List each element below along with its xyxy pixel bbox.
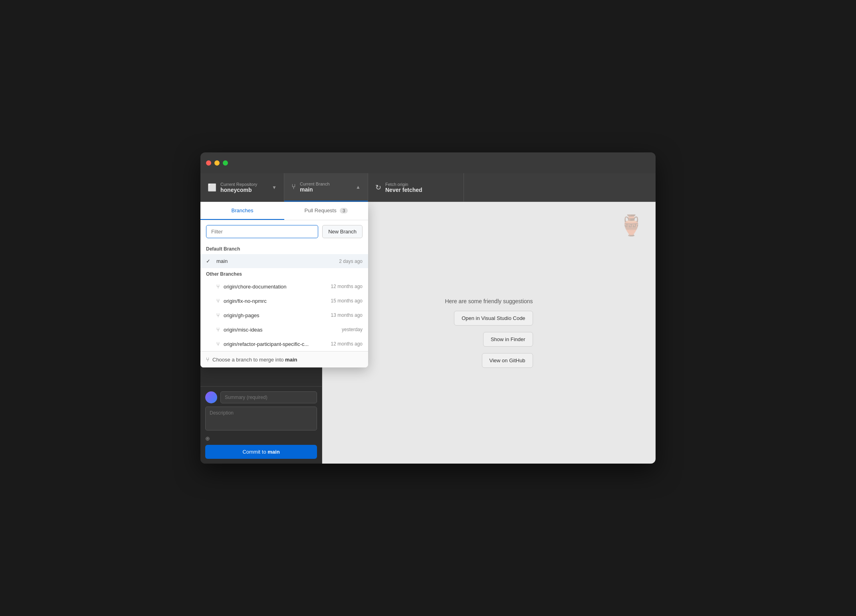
- illustration: 🏺: [619, 214, 644, 237]
- fetch-label: Fetch origin: [385, 182, 422, 187]
- branch-time-0: 12 months ago: [331, 284, 363, 289]
- toolbar-spacer: [464, 173, 656, 201]
- dropdown-tab-branches[interactable]: Branches: [200, 202, 284, 220]
- merge-icon: ⑂: [206, 356, 209, 363]
- branch-icon-3: ⑂: [216, 326, 220, 333]
- fetch-icon: ↻: [375, 183, 381, 192]
- merge-footer-label: Choose a branch to merge into: [212, 357, 285, 363]
- coauthor-row: ⊕: [205, 434, 317, 445]
- commit-summary-placeholder: Summary (required): [225, 395, 268, 400]
- open-vscode-button[interactable]: Open in Visual Studio Code: [454, 311, 533, 326]
- dropdown-tab-prs[interactable]: Pull Requests 3: [284, 202, 368, 220]
- branch-check-icon: ✓: [206, 258, 212, 264]
- new-branch-button[interactable]: New Branch: [322, 225, 363, 238]
- repo-selector[interactable]: ⬜ Current Repository honeycomb ▼: [200, 173, 284, 201]
- merge-footer-text: Choose a branch to merge into main: [212, 357, 297, 363]
- branch-time-1: 15 months ago: [331, 298, 363, 304]
- app-window: ⬜ Current Repository honeycomb ▼ ⑂ Curre…: [200, 152, 656, 464]
- commit-branch-label: main: [268, 449, 279, 455]
- content-area: 🏺 Here are some friendly suggestions Ope…: [322, 202, 656, 464]
- repo-label: Current Repository: [220, 182, 257, 187]
- close-button[interactable]: [206, 160, 211, 166]
- pr-tab-label: Pull Requests: [305, 207, 337, 213]
- branch-label: Current Branch: [300, 182, 330, 186]
- maximize-button[interactable]: [223, 160, 228, 166]
- branch-name: main: [300, 186, 330, 193]
- commit-description-input[interactable]: Description: [205, 407, 317, 430]
- repo-icon: ⬜: [208, 183, 216, 192]
- branch-icon-4: ⑂: [216, 341, 220, 347]
- branch-name-main: main: [216, 258, 335, 264]
- branch-time-3: yesterday: [342, 327, 363, 332]
- view-github-button[interactable]: View on GitHub: [482, 353, 533, 368]
- branch-name-4: origin/refactor-participant-specific-c..…: [224, 341, 327, 347]
- main-area: Changes History ✓ 0 changed files Summar…: [200, 202, 656, 464]
- branch-chevron-icon: ▲: [356, 184, 361, 190]
- commit-description-placeholder: Description: [210, 410, 234, 416]
- fetch-sub: Never fetched: [385, 187, 422, 193]
- merge-branch-name: main: [285, 357, 297, 363]
- branch-item-2[interactable]: ⑂ origin/gh-pages 13 months ago: [200, 308, 368, 322]
- suggestions-header: Here are some friendly suggestions: [445, 298, 533, 304]
- default-branch-header: Default Branch: [200, 243, 368, 254]
- repo-chevron-icon: ▼: [272, 185, 277, 190]
- branch-time-main: 2 days ago: [339, 259, 363, 264]
- branch-name-0: origin/chore-documentation: [224, 284, 327, 290]
- branch-icon: ⑂: [291, 183, 296, 191]
- coauthor-icon[interactable]: ⊕: [205, 435, 210, 442]
- branch-item-main[interactable]: ✓ main 2 days ago: [200, 254, 368, 268]
- commit-button-label: Commit to: [242, 449, 268, 455]
- title-bar: [200, 152, 656, 173]
- show-finder-button[interactable]: Show in Finder: [483, 332, 533, 347]
- pr-badge: 3: [340, 208, 348, 213]
- commit-summary-input[interactable]: Summary (required): [220, 391, 317, 403]
- commit-input-row: Summary (required): [205, 391, 317, 403]
- branch-time-4: 12 months ago: [331, 341, 363, 347]
- repo-name: honeycomb: [220, 187, 257, 193]
- dropdown-tabs: Branches Pull Requests 3: [200, 202, 368, 220]
- fetch-button[interactable]: ↻ Fetch origin Never fetched: [368, 173, 464, 201]
- commit-area: Summary (required) Description ⊕ Commit …: [200, 386, 322, 464]
- other-branches-header: Other Branches: [200, 268, 368, 279]
- branch-name-3: origin/misc-ideas: [224, 327, 338, 333]
- filter-input[interactable]: [206, 225, 318, 238]
- branch-name-1: origin/fix-no-npmrc: [224, 298, 327, 304]
- branch-item-4[interactable]: ⑂ origin/refactor-participant-specific-c…: [200, 337, 368, 351]
- suggestions-area: Here are some friendly suggestions Open …: [437, 290, 541, 376]
- branch-icon-2: ⑂: [216, 312, 220, 318]
- minimize-button[interactable]: [214, 160, 220, 166]
- merge-branch-footer[interactable]: ⑂ Choose a branch to merge into main: [200, 351, 368, 367]
- branch-item-1[interactable]: ⑂ origin/fix-no-npmrc 15 months ago: [200, 294, 368, 308]
- branch-dropdown: Branches Pull Requests 3 New Branch Defa…: [200, 202, 368, 367]
- branch-time-2: 13 months ago: [331, 312, 363, 318]
- filter-row: New Branch: [200, 220, 368, 243]
- branch-icon-1: ⑂: [216, 298, 220, 304]
- commit-button[interactable]: Commit to main: [205, 445, 317, 459]
- branch-selector[interactable]: ⑂ Current Branch main ▲: [284, 173, 368, 201]
- branch-item-3[interactable]: ⑂ origin/misc-ideas yesterday: [200, 322, 368, 337]
- branch-item-0[interactable]: ⑂ origin/chore-documentation 12 months a…: [200, 279, 368, 294]
- avatar: [205, 391, 217, 403]
- toolbar: ⬜ Current Repository honeycomb ▼ ⑂ Curre…: [200, 173, 656, 202]
- branch-icon-0: ⑂: [216, 283, 220, 290]
- branch-name-2: origin/gh-pages: [224, 312, 327, 318]
